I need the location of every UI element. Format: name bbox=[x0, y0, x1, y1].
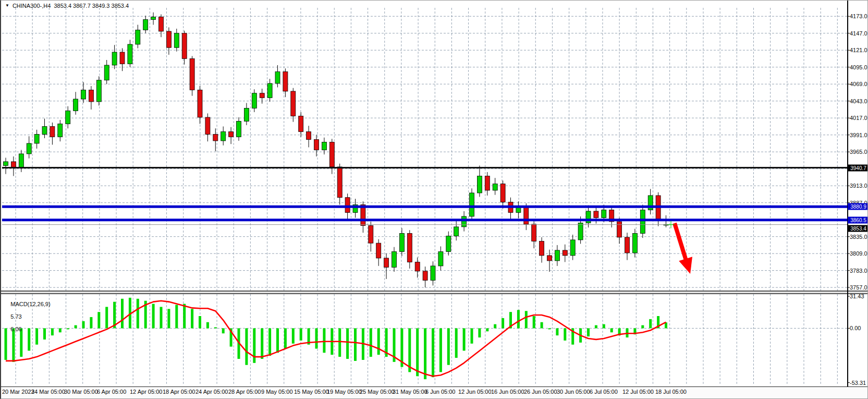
candle bbox=[244, 108, 249, 121]
candle bbox=[252, 93, 256, 108]
price-axis-label: 4043.0 bbox=[850, 98, 867, 104]
time-axis-label: 20 Mar 2023 bbox=[2, 389, 34, 395]
macd-axis-label: 31.43 bbox=[850, 293, 864, 299]
macd-histogram-bar bbox=[183, 304, 186, 329]
macd-histogram-bar bbox=[214, 327, 217, 328]
price-axis-label: 4095.0 bbox=[850, 64, 867, 70]
time-axis-label: 19 May 05:00 bbox=[327, 389, 362, 395]
candle bbox=[198, 90, 202, 117]
time-axis-label: 30 Mar 05:00 bbox=[64, 389, 98, 395]
candle bbox=[19, 154, 23, 167]
macd-main-value: 5.73 bbox=[10, 313, 21, 320]
candle bbox=[493, 184, 497, 190]
candle bbox=[485, 176, 490, 190]
candle bbox=[190, 58, 194, 90]
macd-histogram-bar bbox=[167, 309, 170, 328]
candle bbox=[640, 210, 645, 233]
candle bbox=[58, 124, 63, 137]
macd-histogram-bar bbox=[463, 328, 466, 350]
candle bbox=[477, 176, 482, 192]
candle bbox=[104, 65, 109, 80]
candle bbox=[570, 240, 575, 256]
chart-dropdown-arrow-icon[interactable]: ▼ bbox=[5, 3, 9, 8]
candle bbox=[563, 250, 567, 256]
trading-chart-window[interactable]: ▼ CHINA300-,H4 3853.4 3867.7 3849.3 3853… bbox=[0, 0, 868, 399]
candle bbox=[166, 31, 171, 47]
ohlc-readout: 3853.4 3867.7 3849.3 3853.4 bbox=[54, 3, 129, 9]
macd-histogram-bar bbox=[533, 316, 535, 328]
candle bbox=[438, 251, 443, 265]
time-axis-label: 25 May 05:00 bbox=[360, 389, 395, 395]
candle bbox=[337, 167, 342, 198]
macd-signal-value: 6.06 bbox=[10, 326, 21, 332]
candle bbox=[454, 227, 459, 236]
time-axis-label: 6 Jul 05:00 bbox=[590, 389, 618, 395]
symbol-info-bar: ▼ CHINA300-,H4 3853.4 3867.7 3849.3 3853… bbox=[5, 2, 129, 9]
macd-histogram-bar bbox=[315, 328, 318, 348]
candle bbox=[376, 243, 381, 258]
candle bbox=[205, 117, 210, 134]
candlestick-series bbox=[4, 13, 669, 287]
candle bbox=[66, 111, 70, 124]
macd-histogram-bar bbox=[222, 328, 225, 333]
candle bbox=[299, 116, 303, 131]
time-axis-label: 6 Apr 05:00 bbox=[97, 389, 126, 395]
time-axis-label: 12 Jun 05:00 bbox=[458, 389, 492, 395]
macd-histogram-bar bbox=[152, 304, 155, 329]
candle bbox=[50, 126, 55, 137]
macd-histogram-bar bbox=[276, 328, 279, 353]
time-axis-label: 9 May 05:00 bbox=[261, 389, 293, 395]
candle bbox=[415, 262, 420, 271]
macd-histogram-bar bbox=[439, 328, 442, 372]
macd-histogram-bar bbox=[548, 328, 551, 329]
candle bbox=[625, 237, 630, 253]
candle bbox=[89, 90, 93, 101]
macd-histogram-bar bbox=[338, 328, 341, 357]
macd-histogram-bar bbox=[556, 328, 558, 335]
candle bbox=[322, 142, 326, 150]
candle bbox=[516, 207, 521, 212]
price-axis-label: 3809.0 bbox=[850, 250, 867, 257]
candle bbox=[578, 223, 583, 239]
candle bbox=[237, 121, 241, 137]
macd-histogram-bar bbox=[75, 325, 77, 329]
time-axis-label: 16 Jun 05:00 bbox=[491, 389, 524, 395]
candle bbox=[399, 233, 404, 251]
candle bbox=[540, 241, 544, 255]
candle bbox=[369, 225, 373, 243]
candle bbox=[345, 198, 350, 213]
price-axis-label: 3913.0 bbox=[850, 183, 867, 189]
candle bbox=[151, 17, 156, 19]
candle bbox=[143, 19, 148, 30]
candle bbox=[423, 271, 427, 280]
macd-axis-label: 0.00 bbox=[850, 325, 861, 331]
candle bbox=[42, 126, 47, 134]
candle bbox=[267, 83, 272, 98]
candle bbox=[260, 93, 264, 98]
down-arrow-head bbox=[679, 257, 692, 274]
price-axis-label: 4069.0 bbox=[850, 81, 867, 87]
chart-canvas[interactable] bbox=[1, 1, 868, 399]
price-axis-border bbox=[847, 1, 848, 386]
candle bbox=[462, 216, 467, 227]
candle bbox=[112, 52, 117, 65]
macd-histogram-bar bbox=[51, 328, 54, 335]
macd-histogram-bar bbox=[292, 328, 295, 343]
time-axis-label: 15 May 05:00 bbox=[294, 389, 329, 395]
macd-histogram-bar bbox=[160, 307, 163, 328]
time-axis-label: 26 Jun 05:00 bbox=[524, 389, 557, 395]
panel-splitter[interactable] bbox=[1, 291, 868, 294]
macd-histogram-bar bbox=[90, 317, 92, 328]
macd-histogram-bar bbox=[59, 328, 62, 332]
down-arrow-annotation[interactable] bbox=[675, 223, 686, 261]
macd-histogram-bar bbox=[455, 328, 458, 358]
candle bbox=[547, 256, 552, 261]
candle bbox=[555, 250, 559, 261]
candle bbox=[532, 224, 536, 241]
time-axis-label: 18 Apr 05:00 bbox=[163, 389, 195, 395]
macd-histogram-bar bbox=[587, 328, 590, 336]
macd-histogram-bar bbox=[245, 328, 248, 365]
macd-histogram-bar bbox=[284, 328, 287, 348]
macd-series bbox=[5, 298, 668, 379]
macd-histogram-bar bbox=[175, 305, 178, 329]
